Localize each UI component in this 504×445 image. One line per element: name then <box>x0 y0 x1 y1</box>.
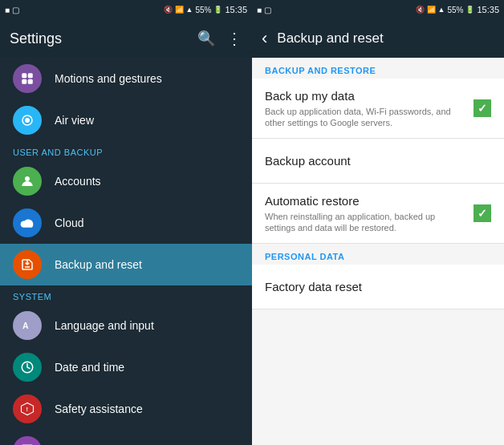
motions-label: Motions and gestures <box>55 72 162 85</box>
auto-restore-title: Automatic restore <box>265 193 467 209</box>
factory-reset-text: Factory data reset <box>265 279 491 295</box>
settings-menu: Motions and gestures Air view USER AND B… <box>0 58 252 445</box>
svg-text:A: A <box>22 321 29 330</box>
search-icon[interactable]: 🔍 <box>197 30 215 47</box>
photo2-icon: ▢ <box>264 6 271 14</box>
back-button[interactable]: ‹ <box>262 28 267 49</box>
language-label: Language and input <box>55 319 154 332</box>
signal-icon: ▲ <box>186 6 193 14</box>
airview-label: Air view <box>55 114 94 127</box>
wifi-icon: 📶 <box>175 6 184 14</box>
backup-label: Backup and reset <box>55 258 142 271</box>
factory-reset-item[interactable]: Factory data reset <box>252 265 504 309</box>
backup-data-check[interactable] <box>474 99 491 117</box>
battery2-icon: 🔋 <box>465 6 474 14</box>
user-backup-header: USER AND BACKUP <box>0 141 252 160</box>
backup-account-item[interactable]: Backup account <box>252 139 504 184</box>
accessories-icon <box>13 436 42 445</box>
photo-icon: ▢ <box>12 6 19 14</box>
cloud-label: Cloud <box>55 216 84 229</box>
signal2-icon: ▲ <box>438 6 445 14</box>
sidebar-item-motions[interactable]: Motions and gestures <box>0 58 252 99</box>
svg-rect-3 <box>28 79 33 84</box>
svg-point-6 <box>25 176 30 181</box>
status-bar-right-right-icons: 🔇 📶 ▲ 55% 🔋 15:35 <box>416 5 499 14</box>
personal-data-header: PERSONAL DATA <box>252 244 504 265</box>
screenshot-icon: ■ <box>5 6 10 14</box>
sidebar-item-accessories[interactable]: Accessories <box>0 430 252 445</box>
settings-title: Settings <box>10 30 62 47</box>
backup-title: Backup and reset <box>277 30 383 47</box>
status-bar-left-icons: ■ ▢ <box>5 6 19 14</box>
backup-data-subtitle: Back up application data, Wi-Fi password… <box>265 106 467 129</box>
backup-icon <box>13 250 42 279</box>
backup-data-item[interactable]: Back up my data Back up application data… <box>252 79 504 139</box>
backup-restore-header: BACKUP AND RESTORE <box>252 58 504 79</box>
status-bar-right-left-icons: ■ ▢ <box>257 6 271 14</box>
top-bar-icons: 🔍 ⋮ <box>197 29 242 48</box>
safety-label: Safety assistance <box>55 403 143 415</box>
battery-percent: 55% <box>195 6 211 14</box>
accounts-icon <box>13 167 42 196</box>
svg-text:!: ! <box>26 406 29 413</box>
settings-top-bar: Settings 🔍 ⋮ <box>0 19 252 58</box>
auto-restore-text: Automatic restore When reinstalling an a… <box>265 193 474 233</box>
backup-top-bar: ‹ Backup and reset <box>252 19 504 58</box>
airview-icon <box>13 106 42 135</box>
sidebar-item-datetime[interactable]: Date and time <box>0 346 252 388</box>
backup-data-text: Back up my data Back up application data… <box>265 88 474 128</box>
factory-reset-title: Factory data reset <box>265 279 485 295</box>
sidebar-item-airview[interactable]: Air view <box>0 99 252 141</box>
auto-restore-check[interactable] <box>474 204 491 222</box>
datetime-label: Date and time <box>55 361 124 374</box>
language-icon: A <box>13 311 42 340</box>
datetime-icon <box>13 353 42 382</box>
sidebar-item-safety[interactable]: ! Safety assistance <box>0 388 252 430</box>
cloud-icon <box>13 208 42 237</box>
left-panel: ■ ▢ 🔇 📶 ▲ 55% 🔋 15:35 Settings 🔍 ⋮ Motio… <box>0 0 252 445</box>
auto-restore-subtitle: When reinstalling an application, backed… <box>265 211 467 234</box>
auto-restore-item[interactable]: Automatic restore When reinstalling an a… <box>252 184 504 244</box>
time-right: 15:35 <box>477 5 499 14</box>
svg-rect-1 <box>28 73 33 78</box>
mute-icon: 🔇 <box>164 6 173 14</box>
backup-data-title: Back up my data <box>265 88 467 104</box>
backup-account-title: Backup account <box>265 153 485 169</box>
sidebar-item-accounts[interactable]: Accounts <box>0 160 252 202</box>
safety-icon: ! <box>13 394 42 423</box>
svg-rect-0 <box>22 73 26 78</box>
backup-content: BACKUP AND RESTORE Back up my data Back … <box>252 58 504 445</box>
system-header: SYSTEM <box>0 285 252 305</box>
battery-icon: 🔋 <box>213 6 222 14</box>
more-icon[interactable]: ⋮ <box>226 29 242 48</box>
mute2-icon: 🔇 <box>416 6 425 14</box>
status-bar-right-icons: 🔇 📶 ▲ 55% 🔋 15:35 <box>164 5 247 14</box>
sidebar-item-language[interactable]: A Language and input <box>0 305 252 346</box>
svg-point-5 <box>25 118 30 123</box>
status-bar-left: ■ ▢ 🔇 📶 ▲ 55% 🔋 15:35 <box>0 0 252 19</box>
svg-rect-2 <box>22 79 26 84</box>
time-left: 15:35 <box>225 5 247 14</box>
motions-icon <box>13 64 42 93</box>
accounts-label: Accounts <box>55 175 101 188</box>
backup-account-text: Backup account <box>265 153 491 169</box>
sidebar-item-backup[interactable]: Backup and reset <box>0 244 252 285</box>
sidebar-item-cloud[interactable]: Cloud <box>0 202 252 244</box>
right-panel: ■ ▢ 🔇 📶 ▲ 55% 🔋 15:35 ‹ Backup and reset… <box>252 0 504 445</box>
status-bar-right: ■ ▢ 🔇 📶 ▲ 55% 🔋 15:35 <box>252 0 504 19</box>
screenshot2-icon: ■ <box>257 6 262 14</box>
wifi2-icon: 📶 <box>427 6 436 14</box>
battery2-percent: 55% <box>447 6 463 14</box>
